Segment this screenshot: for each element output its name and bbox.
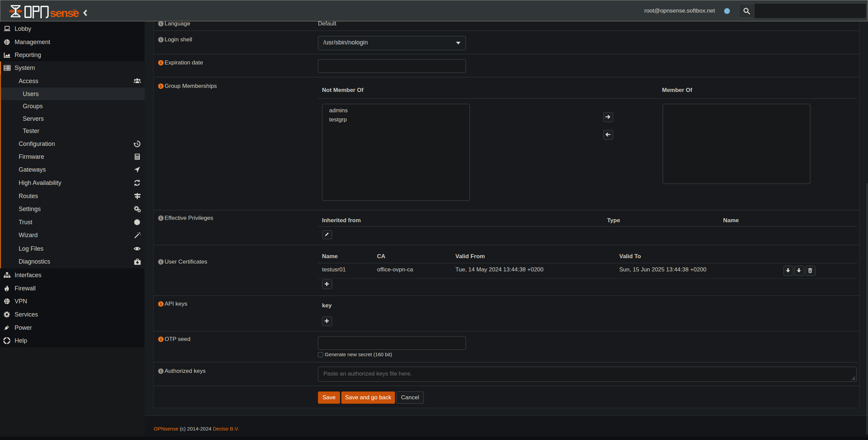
svg-text:R: R: [74, 10, 75, 12]
